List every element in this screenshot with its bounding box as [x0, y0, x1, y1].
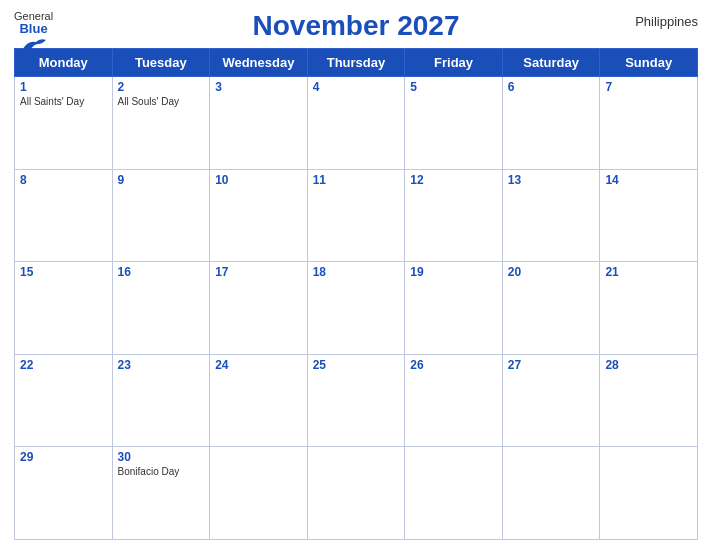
day-number: 14 — [605, 173, 692, 187]
table-row — [600, 447, 698, 540]
day-number: 11 — [313, 173, 400, 187]
day-number: 27 — [508, 358, 595, 372]
table-row: 3 — [210, 77, 308, 170]
day-number: 4 — [313, 80, 400, 94]
table-row: 20 — [502, 262, 600, 355]
logo-bird-icon — [20, 36, 48, 54]
day-number: 17 — [215, 265, 302, 279]
holiday-label: Bonifacio Day — [118, 466, 205, 477]
day-number: 26 — [410, 358, 497, 372]
day-number: 10 — [215, 173, 302, 187]
holiday-label: All Souls' Day — [118, 96, 205, 107]
day-number: 30 — [118, 450, 205, 464]
day-number: 19 — [410, 265, 497, 279]
calendar-week-row: 22232425262728 — [15, 354, 698, 447]
day-number: 18 — [313, 265, 400, 279]
calendar-title: November 2027 — [252, 10, 459, 42]
header-thursday: Thursday — [307, 49, 405, 77]
day-number: 24 — [215, 358, 302, 372]
day-number: 13 — [508, 173, 595, 187]
table-row: 18 — [307, 262, 405, 355]
table-row — [502, 447, 600, 540]
calendar-table: Monday Tuesday Wednesday Thursday Friday… — [14, 48, 698, 540]
table-row: 9 — [112, 169, 210, 262]
day-number: 2 — [118, 80, 205, 94]
table-row: 1All Saints' Day — [15, 77, 113, 170]
table-row: 4 — [307, 77, 405, 170]
table-row: 23 — [112, 354, 210, 447]
table-row: 6 — [502, 77, 600, 170]
day-number: 12 — [410, 173, 497, 187]
table-row: 30Bonifacio Day — [112, 447, 210, 540]
header-sunday: Sunday — [600, 49, 698, 77]
day-number: 28 — [605, 358, 692, 372]
calendar-header: General Blue November 2027 Philippines — [14, 10, 698, 42]
table-row: 29 — [15, 447, 113, 540]
logo-blue-text: Blue — [19, 22, 47, 36]
table-row: 21 — [600, 262, 698, 355]
calendar-week-row: 1All Saints' Day2All Souls' Day34567 — [15, 77, 698, 170]
holiday-label: All Saints' Day — [20, 96, 107, 107]
calendar-week-row: 2930Bonifacio Day — [15, 447, 698, 540]
table-row — [210, 447, 308, 540]
table-row: 8 — [15, 169, 113, 262]
calendar-container: General Blue November 2027 Philippines M… — [0, 0, 712, 550]
table-row: 16 — [112, 262, 210, 355]
header-tuesday: Tuesday — [112, 49, 210, 77]
table-row: 25 — [307, 354, 405, 447]
day-number: 8 — [20, 173, 107, 187]
day-number: 5 — [410, 80, 497, 94]
table-row: 5 — [405, 77, 503, 170]
table-row: 7 — [600, 77, 698, 170]
day-number: 22 — [20, 358, 107, 372]
day-number: 3 — [215, 80, 302, 94]
header-wednesday: Wednesday — [210, 49, 308, 77]
day-number: 15 — [20, 265, 107, 279]
day-number: 6 — [508, 80, 595, 94]
table-row: 2All Souls' Day — [112, 77, 210, 170]
header-saturday: Saturday — [502, 49, 600, 77]
table-row: 12 — [405, 169, 503, 262]
day-number: 7 — [605, 80, 692, 94]
table-row: 28 — [600, 354, 698, 447]
table-row: 19 — [405, 262, 503, 355]
table-row: 14 — [600, 169, 698, 262]
table-row — [405, 447, 503, 540]
calendar-week-row: 891011121314 — [15, 169, 698, 262]
table-row: 27 — [502, 354, 600, 447]
day-number: 9 — [118, 173, 205, 187]
weekday-header-row: Monday Tuesday Wednesday Thursday Friday… — [15, 49, 698, 77]
table-row: 24 — [210, 354, 308, 447]
table-row: 13 — [502, 169, 600, 262]
day-number: 1 — [20, 80, 107, 94]
day-number: 25 — [313, 358, 400, 372]
table-row: 22 — [15, 354, 113, 447]
day-number: 29 — [20, 450, 107, 464]
header-friday: Friday — [405, 49, 503, 77]
day-number: 23 — [118, 358, 205, 372]
table-row: 10 — [210, 169, 308, 262]
table-row: 17 — [210, 262, 308, 355]
day-number: 16 — [118, 265, 205, 279]
table-row — [307, 447, 405, 540]
day-number: 20 — [508, 265, 595, 279]
table-row: 26 — [405, 354, 503, 447]
calendar-week-row: 15161718192021 — [15, 262, 698, 355]
table-row: 11 — [307, 169, 405, 262]
logo: General Blue — [14, 10, 53, 54]
table-row: 15 — [15, 262, 113, 355]
country-label: Philippines — [635, 14, 698, 29]
day-number: 21 — [605, 265, 692, 279]
